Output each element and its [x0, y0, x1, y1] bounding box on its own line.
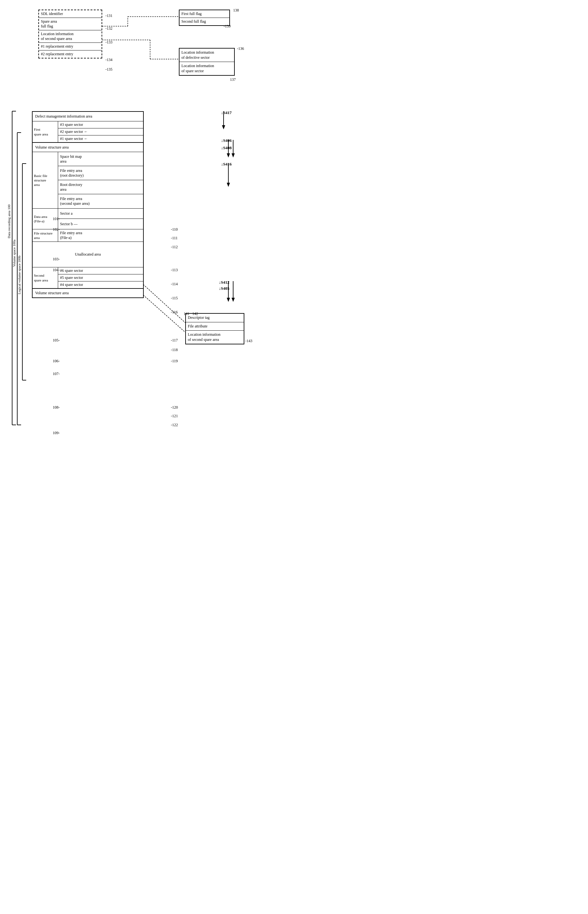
loc-defective: Location informationof defective sector	[179, 48, 234, 62]
spare-sector-4: #4 spare sector	[58, 281, 143, 288]
second-full-flag: Second full flag	[179, 18, 229, 25]
arrow-s412-label: ↓S412	[219, 280, 229, 285]
svg-marker-22	[227, 183, 230, 187]
sdl-row-spare-flag: Spare areafull flag	[39, 18, 102, 30]
arrow-s408-label: ↓S408	[221, 145, 231, 150]
ref-119: -119	[171, 359, 178, 363]
arrow-s412-area: ↓S412	[219, 280, 229, 285]
sdl-box: SDL identifier Spare areafull flag Locat…	[38, 10, 102, 58]
ref-133: -133	[105, 40, 112, 45]
arrow-s417-label: ↓S417	[221, 110, 231, 115]
sector-a: Sector a	[58, 208, 143, 219]
arrow-s405-area: ↓S405	[219, 286, 229, 291]
ref-108: 108-	[53, 405, 60, 410]
volume-space-label: Volume space 100a	[12, 240, 16, 267]
sdl-row-identifier: SDL identifier	[39, 10, 102, 18]
sector-b: Sector b ―	[58, 219, 143, 229]
row-102-left: Firstspare area	[32, 121, 58, 142]
space-bitmap: Space bit maparea	[58, 152, 143, 166]
arrow-s405-label: ↓S405	[219, 286, 229, 291]
row-104: Basic filestructurearea Space bit mapare…	[32, 152, 144, 208]
row-102: Firstspare area #3 spare sector #2 spare…	[32, 121, 144, 142]
ref-134: -134	[105, 58, 112, 62]
row-101: Defect management information area	[32, 111, 144, 121]
first-full-flag: First full flag	[179, 10, 229, 18]
svg-marker-16	[222, 125, 225, 129]
ref-114: -114	[171, 282, 178, 287]
ref-131: -131	[105, 13, 112, 18]
spare-sector-3: #3 spare sector	[58, 121, 143, 128]
unallocated-label: Unallocated area	[32, 251, 143, 258]
desc-box: Descriptor tag File attribute Location i…	[185, 313, 244, 344]
row-101-label: Defect management information area	[32, 113, 143, 120]
row-102-items: #3 spare sector #2 spare sector ← #1 spa…	[58, 121, 143, 142]
arrow-s417-area: ↓S417	[221, 110, 231, 115]
ref-116: -116	[171, 310, 178, 315]
arrow-s416-label: ↓S416	[221, 161, 231, 166]
row-105-items: Sector a Sector b ―	[58, 208, 143, 229]
svg-line-27	[143, 284, 185, 323]
row-108-items: #6 spare sector #5 spare sector #4 spare…	[58, 267, 143, 288]
arrow-s406-area: ↓S406	[221, 138, 231, 143]
ref-141: 141	[184, 312, 189, 316]
data-recording-label-area: Data recording area 100	[6, 205, 11, 238]
flag-box: First full flag Second full flag	[179, 10, 230, 26]
row-109: Volume structure area	[32, 289, 144, 298]
file-entry-second: File entry area(second spare area)	[58, 194, 143, 208]
ref-143: -143	[245, 339, 252, 344]
arrow-s406-label: ↓S406	[221, 138, 231, 143]
row-108-left: Secondspare area	[32, 267, 58, 288]
spare-sector-5: #5 spare sector	[58, 275, 143, 281]
ref-110: -110	[171, 227, 178, 232]
spare-sector-2: #2 spare sector ←	[58, 128, 143, 136]
sdl-row-entry2: #2 replacement entry	[39, 50, 102, 58]
loc-box: Location informationof defective sector …	[179, 48, 235, 76]
row-106-left: File structurearea	[32, 229, 58, 242]
ref-111: -111	[171, 236, 178, 241]
sdl-row-loc-second: Location informationof second spare area	[39, 30, 102, 43]
loc-second-spare-row: Location informationof second spare area	[186, 331, 244, 344]
ref-142: 142	[192, 312, 198, 316]
arrow-s408-area: ↓S408	[221, 145, 231, 150]
ref-107: 107-	[53, 371, 60, 376]
spare-sector-6: #6 spare sector	[58, 267, 143, 275]
svg-marker-20	[231, 153, 235, 158]
ref-135: -135	[105, 67, 112, 72]
main-structure: Defect management information area 101- …	[32, 111, 144, 298]
root-directory: Root directoryarea	[58, 180, 143, 194]
svg-marker-18	[227, 153, 230, 158]
file-entry-root: File entry area(root directory)	[58, 166, 143, 180]
svg-line-28	[143, 295, 185, 332]
file-entry-filea: File entry area(File-a)	[58, 229, 143, 242]
row-104-items: Space bit maparea File entry area(root d…	[58, 152, 143, 208]
diagram: SDL identifier Spare areafull flag Locat…	[6, 6, 288, 454]
row-105: Data area(File-a) Sector a Sector b ―	[32, 208, 144, 229]
arrow-s416-area: ↓S416	[221, 161, 231, 167]
ref-109: 109-	[53, 431, 60, 436]
ref-115: -115	[171, 296, 178, 300]
logical-volume-label-area: Logical volume space 100b	[16, 255, 22, 294]
sdl-row-entry1: #1 replacement entry	[39, 43, 102, 50]
loc-spare: Location informationof spare sector	[179, 62, 234, 75]
row-103-label: Volume structure area	[32, 144, 143, 151]
file-attr-row: File attribute	[186, 322, 244, 331]
row-104-left: Basic filestructurearea	[32, 152, 58, 208]
svg-marker-26	[231, 298, 235, 302]
ref-106: 106-	[53, 359, 60, 363]
row-106: File structurearea File entry area(File-…	[32, 229, 144, 242]
ref-118: -118	[171, 347, 178, 352]
ref-122: -122	[171, 423, 178, 428]
ref-105: 105-	[53, 338, 60, 343]
logical-volume-label: Logical volume space 100b	[17, 255, 21, 294]
data-recording-label: Data recording area 100	[7, 205, 11, 238]
ref-138: 138	[233, 8, 239, 13]
ref-132: -132	[105, 26, 112, 31]
ref-113: -113	[171, 268, 178, 273]
ref-117: -117	[171, 338, 178, 343]
row-108: Secondspare area #6 spare sector #5 spar…	[32, 267, 144, 289]
ref-137: 137	[230, 77, 236, 82]
ref-121: -121	[171, 414, 178, 418]
ref-120: -120	[171, 405, 178, 410]
row-107: Unallocated area	[32, 242, 144, 267]
row-105-left: Data area(File-a)	[32, 208, 58, 229]
